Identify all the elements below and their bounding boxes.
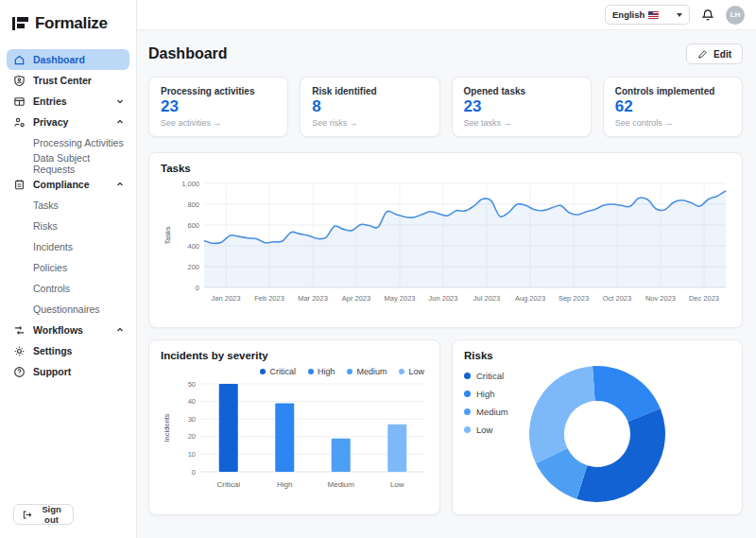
stat-card-controls-implemented[interactable]: Controls implemented 62 See controls →: [603, 77, 743, 137]
svg-text:800: 800: [187, 200, 199, 209]
dashboard-content: Dashboard Edit Processing activities 23 …: [137, 30, 756, 538]
sidebar-item-privacy[interactable]: Privacy: [7, 112, 129, 132]
incidents-bar-chart: 01020304050CriticalHighMediumLowIncident…: [161, 378, 430, 499]
chevron-down-icon: [677, 13, 682, 17]
legend-item: Critical: [260, 367, 296, 376]
stat-value: 23: [464, 97, 579, 116]
gear-icon: [12, 344, 26, 357]
svg-text:0: 0: [192, 468, 196, 477]
risks-chart-legend: CriticalHighMediumLow: [464, 371, 508, 435]
us-flag-icon: [648, 11, 659, 19]
svg-text:50: 50: [188, 380, 196, 389]
svg-text:Jul 2023: Jul 2023: [473, 294, 500, 303]
sidebar-item-compliance[interactable]: Compliance: [7, 174, 129, 195]
sidebar-nav: Dashboard Trust Center Entries Privacy P…: [0, 49, 136, 382]
sidebar-item-entries[interactable]: Entries: [7, 91, 129, 112]
tasks-chart-title: Tasks: [161, 163, 730, 174]
svg-text:Nov 2023: Nov 2023: [645, 294, 676, 303]
svg-text:Tasks: Tasks: [163, 226, 172, 244]
sidebar-subitem-processing-activities[interactable]: Processing Activities: [7, 132, 129, 153]
legend-item: Low: [464, 425, 508, 435]
svg-text:Oct 2023: Oct 2023: [603, 294, 631, 303]
user-gear-icon: [12, 115, 26, 129]
svg-text:Medium: Medium: [328, 480, 355, 489]
chevron-down-icon: [116, 97, 124, 105]
language-select[interactable]: English: [605, 5, 690, 25]
shield-icon: [12, 74, 26, 87]
legend-item: Medium: [464, 407, 508, 417]
sidebar: Formalize Dashboard Trust Center Entries…: [0, 0, 137, 538]
see-tasks-link[interactable]: See tasks →: [464, 118, 579, 128]
notifications-bell-icon[interactable]: [701, 9, 714, 22]
sidebar-item-support[interactable]: Support: [7, 361, 129, 382]
sidebar-subitem-risks[interactable]: Risks: [7, 216, 129, 236]
legend-item: Medium: [347, 367, 387, 376]
see-activities-link[interactable]: See activities →: [161, 118, 276, 128]
svg-text:Sep 2023: Sep 2023: [558, 294, 589, 303]
sidebar-subitem-controls[interactable]: Controls: [7, 278, 129, 299]
svg-text:1,000: 1,000: [181, 180, 199, 188]
sign-out-button[interactable]: Sign out: [13, 504, 74, 525]
incidents-chart-legend: CriticalHighMediumLow: [161, 367, 424, 376]
stat-label: Controls implemented: [615, 86, 730, 96]
help-icon: [12, 365, 26, 378]
app-window: Formalize Dashboard Trust Center Entries…: [0, 0, 756, 538]
table-icon: [12, 95, 26, 108]
legend-item: Low: [399, 367, 424, 376]
chevron-up-icon: [116, 181, 124, 188]
svg-text:600: 600: [187, 221, 199, 230]
svg-text:Apr 2023: Apr 2023: [342, 294, 370, 303]
svg-text:Jun 2023: Jun 2023: [429, 294, 458, 303]
stat-value: 23: [161, 97, 276, 116]
sidebar-item-dashboard[interactable]: Dashboard: [7, 49, 129, 70]
workflow-icon: [12, 323, 26, 337]
stat-label: Risk identified: [312, 86, 427, 96]
svg-text:Feb 2023: Feb 2023: [254, 294, 284, 303]
app-logo: Formalize: [0, 0, 136, 45]
risks-donut-chart: [526, 363, 668, 505]
stat-value: 8: [312, 97, 427, 116]
sidebar-item-settings[interactable]: Settings: [7, 340, 129, 361]
edit-button[interactable]: Edit: [686, 43, 743, 64]
sidebar-item-trust-center[interactable]: Trust Center: [7, 70, 129, 91]
svg-text:10: 10: [188, 450, 196, 459]
svg-text:Incidents: Incidents: [163, 413, 171, 442]
sidebar-item-workflows[interactable]: Workflows: [7, 320, 129, 340]
sidebar-subitem-data-subject-requests[interactable]: Data Subject Requests: [7, 153, 129, 174]
main-area: English LH Dashboard Edit Processing act…: [137, 0, 756, 538]
topbar: English LH: [137, 0, 756, 30]
sidebar-subitem-incidents[interactable]: Incidents: [7, 236, 129, 257]
clipboard-icon: [12, 178, 26, 191]
app-name: Formalize: [35, 14, 108, 33]
formalize-logo-icon: [12, 16, 29, 31]
svg-text:High: High: [277, 480, 292, 489]
svg-text:20: 20: [188, 432, 196, 441]
svg-text:0: 0: [196, 284, 199, 292]
sidebar-subitem-questionnaires[interactable]: Questionnaires: [7, 299, 129, 320]
sidebar-subitem-policies[interactable]: Policies: [7, 257, 129, 278]
stat-value: 62: [615, 97, 730, 116]
svg-text:May 2023: May 2023: [385, 294, 416, 303]
svg-text:Critical: Critical: [217, 480, 241, 489]
stat-card-opened-tasks[interactable]: Opened tasks 23 See tasks →: [452, 77, 592, 137]
svg-text:Low: Low: [390, 480, 404, 489]
sidebar-subitem-tasks[interactable]: Tasks: [7, 195, 129, 216]
stat-card-risk-identified[interactable]: Risk identified 8 See risks →: [300, 77, 439, 137]
chevron-up-icon: [116, 118, 124, 126]
legend-item: High: [308, 367, 335, 376]
stat-label: Opened tasks: [464, 86, 579, 96]
see-controls-link[interactable]: See controls →: [615, 118, 730, 128]
user-avatar[interactable]: LH: [726, 6, 745, 25]
stat-cards-row: Processing activities 23 See activities …: [148, 77, 743, 137]
svg-text:40: 40: [188, 397, 196, 406]
svg-text:Jan 2023: Jan 2023: [212, 294, 241, 303]
svg-text:Mar 2023: Mar 2023: [298, 294, 328, 303]
see-risks-link[interactable]: See risks →: [312, 118, 427, 128]
chevron-up-icon: [116, 326, 124, 334]
tasks-line-chart: 02004006008001,000Jan 2023Feb 2023Mar 20…: [161, 174, 732, 314]
page-title: Dashboard: [148, 45, 228, 62]
tasks-chart-card: Tasks 02004006008001,000Jan 2023Feb 2023…: [148, 152, 743, 328]
risks-chart-card: Risks CriticalHighMediumLow: [452, 339, 743, 515]
stat-card-processing-activities[interactable]: Processing activities 23 See activities …: [148, 77, 288, 137]
incidents-chart-card: Incidents by severity CriticalHighMedium…: [148, 339, 440, 515]
